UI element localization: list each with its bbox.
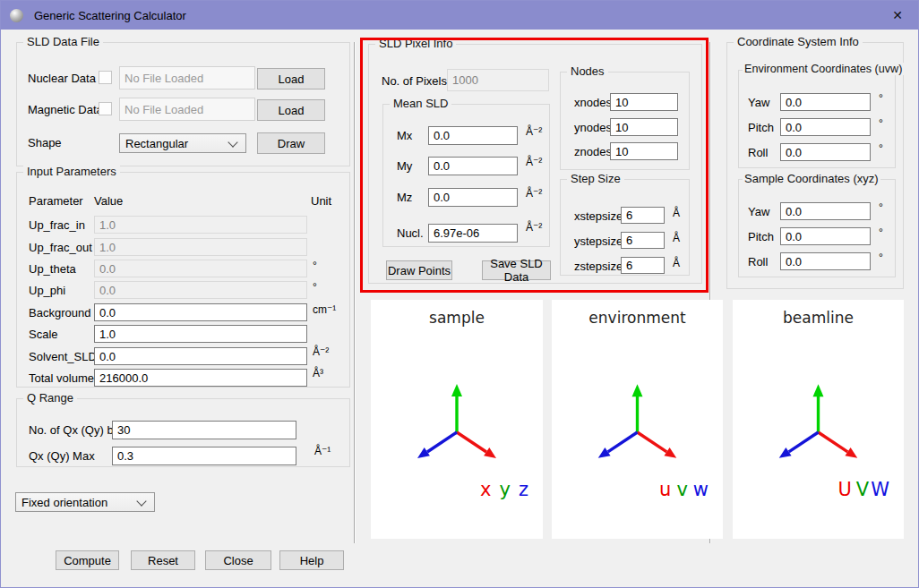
axis-u-label: U — [837, 479, 851, 500]
mz-input[interactable] — [428, 188, 518, 207]
no-of-pixels-input[interactable] — [447, 69, 549, 91]
axis-x-label: x — [480, 479, 491, 500]
group-legend: Nodes — [567, 64, 608, 78]
nuclear-data-checkbox[interactable] — [99, 71, 112, 84]
group-legend: Step Size — [567, 172, 624, 185]
draw-shape-button[interactable]: Draw — [257, 132, 325, 154]
app-icon — [10, 9, 23, 22]
mean-sld-group: Mean SLD Mx Å⁻² My Å⁻² Mz Å⁻² Nucl. Å⁻² — [382, 104, 550, 247]
q-range-group: Q Range No. of Qx (Qy) bins Qx (Qy) Max … — [16, 398, 350, 467]
xnodes-input[interactable] — [610, 93, 678, 111]
param-input[interactable] — [94, 216, 307, 234]
magnetic-data-file-field[interactable] — [119, 98, 255, 121]
param-input[interactable] — [94, 369, 307, 387]
zstepsize-input[interactable] — [621, 257, 665, 274]
param-input[interactable] — [94, 238, 307, 256]
param-input[interactable] — [94, 303, 307, 321]
param-unit: Å⁻² — [313, 345, 329, 358]
shape-label: Shape — [28, 136, 62, 149]
axes-arrows-icon — [733, 362, 904, 497]
axis-z-label: z — [519, 479, 528, 500]
env-pitch-input[interactable] — [780, 118, 871, 136]
param-input[interactable] — [94, 325, 307, 343]
panel-title: sample — [371, 309, 543, 327]
axes-arrows-icon — [371, 362, 543, 497]
sample-coordinates-group: Sample Coordinates (xyz) Yaw ° Pitch ° R… — [738, 179, 896, 277]
xstepsize-unit: Å — [673, 207, 680, 219]
save-sld-data-button[interactable]: Save SLD Data — [482, 260, 551, 280]
beamline-axes-panel: beamline U V W — [733, 300, 904, 539]
no-of-pixels-label: No. of Pixels — [382, 74, 447, 88]
column-header-value: Value — [94, 194, 123, 208]
param-label: Scale — [29, 328, 58, 341]
ystepsize-unit: Å — [673, 232, 680, 244]
env-yaw-input[interactable] — [780, 93, 871, 111]
load-nuclear-button[interactable]: Load — [257, 68, 325, 89]
titlebar: Generic Scattering Calculator ✕ — [1, 1, 918, 30]
axis-v-label: V — [856, 479, 869, 500]
znodes-input[interactable] — [610, 142, 678, 160]
group-legend: Mean SLD — [390, 97, 451, 110]
param-unit: ° — [313, 281, 317, 294]
group-legend: Sample Coordinates (xyz) — [743, 172, 880, 185]
param-label: Up_phi — [29, 284, 65, 297]
mx-unit: Å⁻² — [526, 125, 542, 138]
sample-pitch-label: Pitch — [748, 230, 774, 243]
generic-scattering-calculator-window: Generic Scattering Calculator ✕ SLD Data… — [0, 0, 919, 588]
mx-input[interactable] — [428, 126, 518, 145]
sample-pitch-input[interactable] — [780, 227, 871, 245]
nucl-label: Nucl. — [397, 226, 424, 240]
step-size-group: Step Size xstepsize Å ystepsize Å zsteps… — [560, 179, 690, 276]
orientation-select-value: Fixed orientation — [21, 496, 107, 509]
axis-w-label: w — [693, 479, 709, 500]
param-unit: Å³ — [313, 367, 323, 379]
chevron-down-icon — [136, 496, 146, 506]
draw-points-button[interactable]: Draw Points — [386, 260, 452, 280]
reset-button[interactable]: Reset — [131, 550, 195, 570]
group-legend: Q Range — [23, 391, 77, 405]
env-roll-label: Roll — [748, 146, 768, 159]
xstepsize-input[interactable] — [621, 207, 665, 224]
group-legend: Environment Coordinates (uvw) — [743, 63, 904, 75]
orientation-select[interactable]: Fixed orientation — [15, 492, 155, 512]
sample-roll-unit: ° — [879, 251, 883, 264]
nucl-unit: Å⁻² — [526, 221, 542, 234]
env-roll-input[interactable] — [780, 143, 871, 161]
magnetic-data-label: Magnetic Data — [28, 103, 103, 116]
ystepsize-input[interactable] — [621, 232, 665, 249]
panel-title: beamline — [733, 309, 904, 327]
zstepsize-unit: Å — [673, 257, 680, 269]
q-max-input[interactable] — [112, 447, 296, 465]
axis-w-label: W — [871, 479, 889, 500]
window-title: Generic Scattering Calculator — [34, 9, 186, 22]
load-magnetic-button[interactable]: Load — [257, 99, 325, 121]
compute-button[interactable]: Compute — [56, 550, 119, 570]
q-bins-input[interactable] — [112, 421, 296, 439]
ynodes-input[interactable] — [610, 118, 678, 136]
my-input[interactable] — [428, 157, 518, 175]
q-max-unit: Å⁻¹ — [314, 445, 331, 457]
sample-yaw-input[interactable] — [780, 202, 871, 220]
nodes-group: Nodes xnodes ynodes znodes — [560, 72, 690, 170]
param-input[interactable] — [94, 347, 307, 365]
env-roll-unit: ° — [879, 142, 883, 155]
group-legend: Coordinate System Info — [734, 35, 863, 48]
env-pitch-label: Pitch — [748, 121, 774, 134]
param-label: Up_frac_in — [29, 218, 85, 232]
help-button[interactable]: Help — [279, 550, 344, 570]
column-header-parameter: Parameter — [29, 194, 83, 208]
param-input[interactable] — [94, 260, 307, 277]
param-input[interactable] — [94, 281, 307, 299]
close-button[interactable]: Close — [205, 550, 271, 570]
param-label: Solvent_SLD — [29, 350, 97, 363]
shape-select-value: Rectangular — [125, 137, 188, 150]
magnetic-data-checkbox[interactable] — [99, 102, 112, 115]
axis-v-label: v — [676, 479, 687, 500]
close-icon[interactable]: ✕ — [877, 1, 918, 30]
env-pitch-unit: ° — [879, 117, 883, 130]
shape-select[interactable]: Rectangular — [119, 133, 246, 153]
sample-roll-input[interactable] — [780, 252, 871, 270]
nuclear-data-file-field[interactable] — [119, 66, 255, 89]
nucl-input[interactable] — [428, 224, 518, 243]
group-legend: Input Parameters — [23, 165, 120, 178]
